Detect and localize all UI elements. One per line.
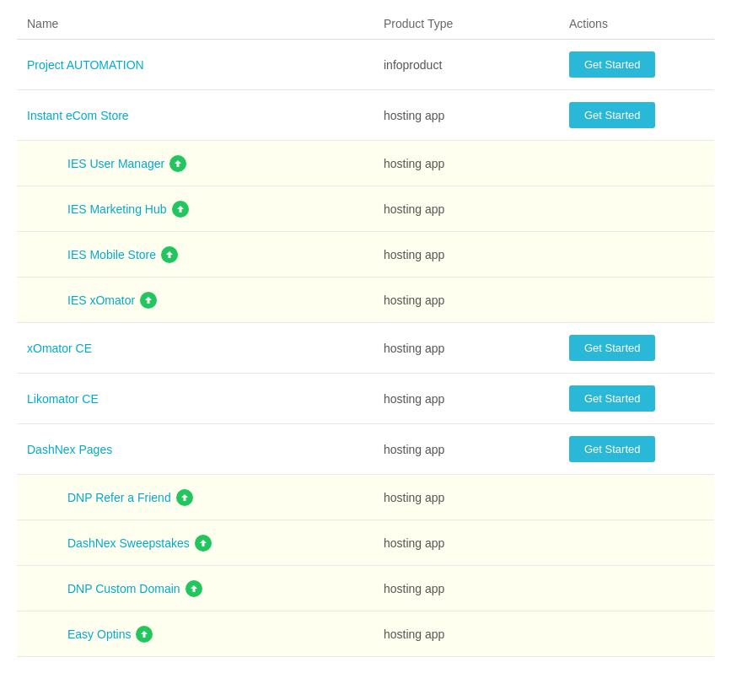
actions-cell: Get Started (569, 51, 704, 78)
name-cell-ies-marketing-hub: IES Marketing Hub (67, 201, 384, 218)
name-column-header: Name (27, 17, 384, 30)
row-name: IES Mobile Store (67, 248, 156, 261)
table-row: IES User Managerhosting app (17, 141, 714, 186)
name-cell-dashnex-pages: DashNex Pages (27, 443, 384, 456)
table-header: Name Product Type Actions (17, 8, 714, 40)
row-name: IES xOmator (67, 293, 135, 307)
table-row: xOmator CEhosting appGet Started (17, 323, 714, 374)
table-body: Project AUTOMATIONinfoproductGet Started… (17, 40, 714, 657)
name-cell-dnp-custom-domain: DNP Custom Domain (67, 580, 384, 597)
product-type-cell: hosting app (384, 443, 569, 456)
row-name: DashNex Sweepstakes (67, 536, 190, 550)
name-cell-ies-user-manager: IES User Manager (67, 155, 384, 172)
table-row: DNP Custom Domainhosting app (17, 566, 714, 611)
product-type-column-header: Product Type (384, 17, 569, 30)
name-cell-ies-mobile-store: IES Mobile Store (67, 246, 384, 263)
name-cell-xomator-ce: xOmator CE (27, 342, 384, 355)
get-started-button[interactable]: Get Started (569, 51, 655, 78)
name-cell-ies-xomator: IES xOmator (67, 292, 384, 309)
upgrade-icon[interactable] (140, 292, 157, 309)
name-cell-dashnex-sweepstakes: DashNex Sweepstakes (67, 535, 384, 552)
row-name: IES Marketing Hub (67, 202, 167, 216)
table-row: DNP Refer a Friendhosting app (17, 475, 714, 520)
product-type-cell: hosting app (384, 157, 569, 170)
products-table: Name Product Type Actions Project AUTOMA… (0, 0, 731, 700)
upgrade-icon[interactable] (172, 201, 189, 218)
table-row: IES Marketing Hubhosting app (17, 186, 714, 232)
row-name: DNP Custom Domain (67, 582, 180, 595)
table-row: Likomator CEhosting appGet Started (17, 374, 714, 424)
get-started-button[interactable]: Get Started (569, 385, 655, 412)
product-type-cell: infoproduct (384, 58, 569, 72)
name-cell-project-automation: Project AUTOMATION (27, 58, 384, 72)
upgrade-icon[interactable] (161, 246, 178, 263)
product-type-cell: hosting app (384, 582, 569, 595)
product-type-cell: hosting app (384, 109, 569, 122)
product-type-cell: hosting app (384, 491, 569, 504)
get-started-button[interactable]: Get Started (569, 102, 655, 128)
actions-cell: Get Started (569, 385, 704, 412)
product-type-cell: hosting app (384, 202, 569, 216)
name-cell-dnp-refer-a-friend: DNP Refer a Friend (67, 489, 384, 506)
product-type-cell: hosting app (384, 627, 569, 641)
table-row: IES xOmatorhosting app (17, 277, 714, 323)
product-type-cell: hosting app (384, 392, 569, 406)
row-name: Easy Optins (67, 627, 131, 641)
actions-column-header: Actions (569, 17, 704, 30)
table-row: DashNex Pageshosting appGet Started (17, 424, 714, 475)
name-cell-instant-ecom-store: Instant eCom Store (27, 109, 384, 122)
actions-cell: Get Started (569, 436, 704, 462)
product-type-cell: hosting app (384, 248, 569, 261)
upgrade-icon[interactable] (176, 489, 193, 506)
row-name: IES User Manager (67, 157, 164, 170)
product-type-cell: hosting app (384, 536, 569, 550)
upgrade-icon[interactable] (169, 155, 186, 172)
actions-cell: Get Started (569, 335, 704, 361)
upgrade-icon[interactable] (185, 580, 202, 597)
name-cell-easy-optins: Easy Optins (67, 626, 384, 643)
table-row: DashNex Sweepstakeshosting app (17, 520, 714, 566)
get-started-button[interactable]: Get Started (569, 335, 655, 361)
table-row: Project AUTOMATIONinfoproductGet Started (17, 40, 714, 90)
upgrade-icon[interactable] (136, 626, 153, 643)
actions-cell: Get Started (569, 102, 704, 128)
name-cell-likomator-ce: Likomator CE (27, 392, 384, 406)
get-started-button[interactable]: Get Started (569, 436, 655, 462)
table-row: Easy Optinshosting app (17, 611, 714, 657)
table-row: Instant eCom Storehosting appGet Started (17, 90, 714, 141)
row-name: DNP Refer a Friend (67, 491, 171, 504)
product-type-cell: hosting app (384, 342, 569, 355)
product-type-cell: hosting app (384, 293, 569, 307)
upgrade-icon[interactable] (195, 535, 212, 552)
table-row: IES Mobile Storehosting app (17, 232, 714, 277)
